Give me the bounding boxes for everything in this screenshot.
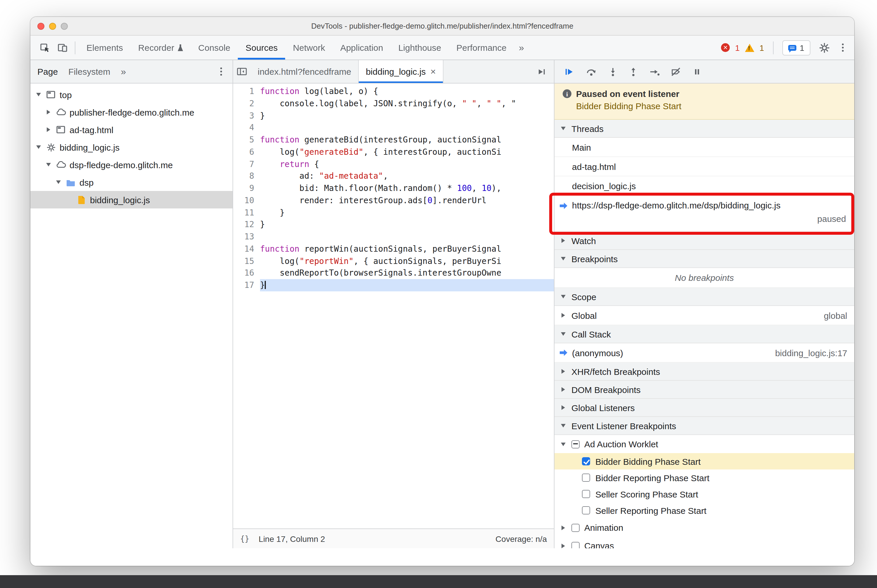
scope-item-global[interactable]: Global global [555, 306, 854, 325]
step-out-icon[interactable] [629, 67, 638, 76]
checkbox-bidder-reporting-phase-start[interactable] [582, 474, 590, 482]
tab-performance[interactable]: Performance [449, 36, 514, 60]
navigator-more-options-icon[interactable] [220, 70, 222, 73]
tab-recorder[interactable]: Recorder [131, 36, 191, 60]
tree-item-bidding-logic-js[interactable]: bidding_logic.js [30, 191, 233, 208]
xhr-breakpoints-section-header[interactable]: XHR/fetch Breakpoints [555, 363, 854, 381]
disclosure-triangle-icon[interactable] [47, 110, 50, 114]
inspect-element-icon[interactable] [36, 36, 54, 60]
disclosure-triangle-icon[interactable] [56, 180, 61, 184]
elb-category-ad-auction-worklet[interactable]: Ad Auction Worklet [555, 435, 854, 453]
pause-on-exceptions-icon[interactable] [692, 67, 702, 76]
disclosure-triangle-icon[interactable] [561, 313, 565, 318]
step-into-icon[interactable] [608, 67, 618, 76]
disclosure-triangle-icon[interactable] [47, 127, 50, 132]
disclosure-triangle-icon[interactable] [561, 525, 565, 530]
checkbox-seller-scoring-phase-start[interactable] [582, 490, 590, 498]
minimize-window-button[interactable] [49, 23, 56, 30]
device-toolbar-icon[interactable] [54, 36, 71, 60]
tree-item-bidding-logic-js[interactable]: bidding_logic.js [30, 138, 233, 156]
issues-button[interactable]: 1 [782, 40, 810, 55]
elb-item-seller-reporting-phase-start[interactable]: Seller Reporting Phase Start [555, 502, 854, 519]
checkbox-ad-auction-worklet[interactable] [572, 440, 580, 448]
line-number[interactable]: 16 [233, 267, 260, 279]
dom-breakpoints-section-header[interactable]: DOM Breakpoints [555, 381, 854, 399]
step-icon[interactable] [649, 67, 660, 76]
threads-section-header[interactable]: Threads [555, 120, 854, 138]
error-count[interactable]: 1 [735, 43, 740, 52]
code-line[interactable]: 6 log("generateBid", { interestGroup, au… [233, 146, 554, 158]
step-over-icon[interactable] [585, 67, 597, 76]
close-window-button[interactable] [38, 23, 44, 30]
line-number[interactable]: 10 [233, 195, 260, 207]
tab-network[interactable]: Network [286, 36, 333, 60]
line-number[interactable]: 9 [233, 182, 260, 195]
elb-item-bidder-reporting-phase-start[interactable]: Bidder Reporting Phase Start [555, 470, 854, 486]
code-line[interactable]: 10 render: interestGroup.ads[0].renderUr… [233, 195, 554, 207]
code-line[interactable]: 15 log("reportWin", { auctionSignals, pe… [233, 255, 554, 267]
more-tabs-button[interactable]: » [514, 36, 529, 60]
thread-item-bidding-logic-current[interactable]: https://dsp-fledge-demo.glitch.me/dsp/bi… [555, 196, 854, 232]
line-number[interactable]: 7 [233, 158, 260, 170]
error-badge-icon[interactable]: ✕ [721, 43, 730, 52]
more-options-icon[interactable] [842, 47, 844, 49]
line-number[interactable]: 14 [233, 243, 260, 255]
zoom-window-button[interactable] [61, 23, 68, 30]
tree-item-dsp[interactable]: dsp [30, 173, 233, 191]
call-stack-section-header[interactable]: Call Stack [555, 325, 854, 344]
line-number[interactable]: 15 [233, 255, 260, 267]
code-line[interactable]: 8 ad: "ad-metadata", [233, 170, 554, 183]
line-number[interactable]: 11 [233, 206, 260, 219]
tab-console[interactable]: Console [191, 36, 238, 60]
tree-item-dsp-fledge-demo-glitch-me[interactable]: dsp-fledge-demo.glitch.me [30, 156, 233, 173]
editor-tab-index-html[interactable]: index.html?fencedframe [251, 60, 359, 83]
code-line[interactable]: 16 sendReportTo(browserSignals.interestG… [233, 267, 554, 279]
tab-sources[interactable]: Sources [238, 36, 286, 60]
code-line[interactable]: 17} [233, 279, 554, 291]
tree-item-publisher-fledge-demo-glitch-me[interactable]: publisher-fledge-demo.glitch.me [30, 104, 233, 121]
checkbox-canvas[interactable] [572, 542, 580, 548]
disclosure-triangle-icon[interactable] [561, 543, 565, 548]
deactivate-breakpoints-icon[interactable] [671, 67, 681, 76]
more-navigator-tabs-button[interactable]: » [121, 66, 126, 77]
line-number[interactable]: 5 [233, 134, 260, 146]
frame-location[interactable]: bidding_logic.js:17 [775, 348, 847, 358]
checkbox-bidder-bidding-phase-start[interactable] [582, 457, 590, 465]
pretty-print-button[interactable]: {} [240, 534, 249, 543]
code-line[interactable]: 4 [233, 122, 554, 134]
warning-triangle-icon[interactable] [745, 44, 754, 52]
elb-category-canvas[interactable]: Canvas [555, 537, 854, 548]
code-line[interactable]: 11 } [233, 206, 554, 219]
event-listener-breakpoints-section-header[interactable]: Event Listener Breakpoints [555, 417, 854, 435]
line-number[interactable]: 12 [233, 219, 260, 231]
line-number[interactable]: 1 [233, 85, 260, 98]
elb-category-animation[interactable]: Animation [555, 519, 854, 537]
code-line[interactable]: 2 console.log(label, JSON.stringify(o, "… [233, 98, 554, 110]
elb-item-bidder-bidding-phase-start[interactable]: Bidder Bidding Phase Start [555, 453, 854, 470]
code-line[interactable]: 7 return { [233, 158, 554, 170]
code-line[interactable]: 14function reportWin(auctionSignals, per… [233, 243, 554, 255]
tab-elements[interactable]: Elements [79, 36, 131, 60]
toggle-debugger-sidebar-icon[interactable] [533, 60, 551, 83]
line-number[interactable]: 3 [233, 110, 260, 122]
close-tab-icon[interactable]: × [430, 67, 436, 76]
disclosure-triangle-icon[interactable] [46, 163, 51, 166]
editor-tab-bidding-logic-js[interactable]: bidding_logic.js × [359, 60, 444, 83]
disclosure-triangle-icon[interactable] [36, 146, 41, 149]
resume-script-icon[interactable] [564, 67, 574, 76]
elb-item-seller-scoring-phase-start[interactable]: Seller Scoring Phase Start [555, 486, 854, 502]
code-line[interactable]: 1function log(label, o) { [233, 85, 554, 98]
line-number[interactable]: 13 [233, 231, 260, 243]
line-number[interactable]: 2 [233, 98, 260, 110]
breakpoints-section-header[interactable]: Breakpoints [555, 250, 854, 268]
warning-count[interactable]: 1 [760, 43, 764, 52]
tab-filesystem[interactable]: Filesystem [68, 67, 110, 76]
code-line[interactable]: 9 bid: Math.floor(Math.random() * 100, 1… [233, 182, 554, 195]
line-number[interactable]: 8 [233, 170, 260, 183]
checkbox-animation[interactable] [572, 524, 580, 532]
line-number[interactable]: 6 [233, 146, 260, 158]
tab-lighthouse[interactable]: Lighthouse [391, 36, 449, 60]
disclosure-triangle-icon[interactable] [36, 93, 41, 96]
thread-item-main[interactable]: Main [555, 138, 854, 157]
disclosure-triangle-icon[interactable] [561, 442, 566, 446]
